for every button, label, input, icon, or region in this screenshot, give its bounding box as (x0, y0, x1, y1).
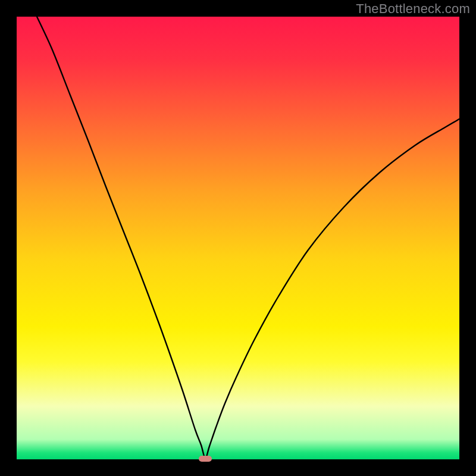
chart-frame: TheBottleneck.com (0, 0, 476, 476)
plot-area (17, 17, 459, 459)
watermark-text: TheBottleneck.com (356, 1, 470, 17)
bottleneck-curve (17, 17, 459, 459)
optimal-point-marker (199, 456, 212, 462)
